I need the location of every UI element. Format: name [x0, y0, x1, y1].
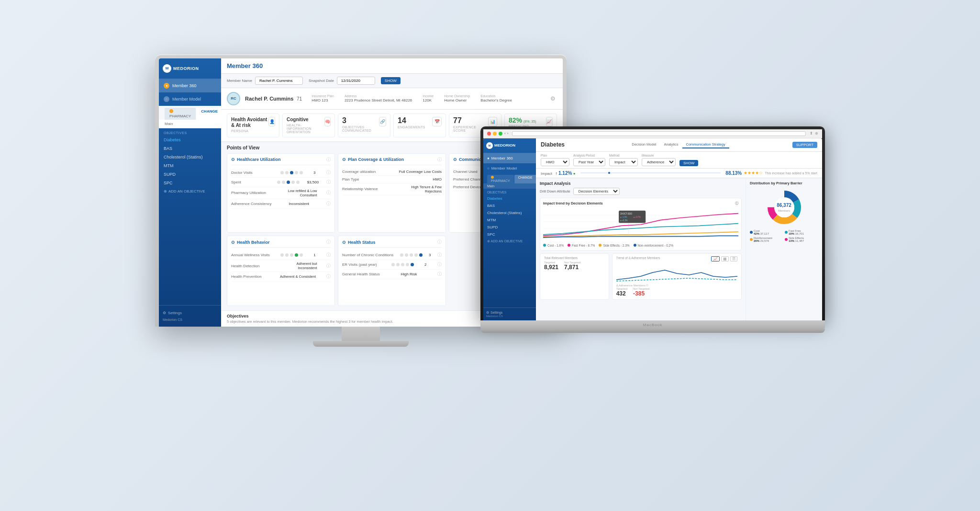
laptop-obj-spc[interactable]: SPC	[483, 231, 536, 238]
sidebar-obj-diabetes[interactable]: Diabetes	[159, 136, 221, 144]
laptop-sidebar-member-model[interactable]: ○ Member Model	[483, 163, 536, 173]
pharmacy-dot-icon	[491, 176, 494, 179]
window-chrome: ‹ › ⬆ ⊕	[483, 129, 822, 138]
laptop-pharmacy-tab[interactable]: PHARMACY	[487, 175, 514, 183]
bookmark-icon[interactable]: ⊕	[815, 131, 818, 136]
health-detection-info[interactable]: ⓘ	[326, 263, 331, 269]
window-minimize-btn[interactable]	[493, 132, 497, 136]
forward-button[interactable]: ›	[507, 131, 509, 136]
sidebar-item-member-model[interactable]: ○ Member Model	[159, 92, 221, 106]
income-value: 120K	[423, 98, 434, 102]
dist-dot-fast-free	[785, 231, 788, 234]
spent-info[interactable]: ⓘ	[326, 179, 331, 185]
ownership-value: Home Owner	[444, 98, 470, 102]
member-name-label: Member Name	[227, 79, 252, 83]
coverage-util-label: Coverage utilization	[342, 170, 380, 174]
pharmacy-tab-icon	[169, 109, 173, 113]
change-tab[interactable]: CHANGE	[196, 108, 223, 120]
pharmacy-util-info[interactable]: ⓘ	[326, 190, 331, 196]
trend-chart-svg	[616, 263, 737, 282]
sidebar-obj-cholesterol[interactable]: Cholesterol (Statins)	[159, 153, 221, 161]
persona-metric: Health Avoidant & At risk PERSONA 👤	[227, 114, 279, 137]
laptop-nav-icon-member360: ●	[487, 156, 490, 160]
laptop-obj-cholesterol[interactable]: Cholesterol (Statins)	[483, 209, 536, 216]
doctor-visits-row: Doctor Visits 3	[231, 168, 331, 178]
impact-slider-handle[interactable]	[608, 172, 610, 174]
trend-adherence-title: Trend of Δ Adherence Members	[616, 256, 660, 260]
trend-bar-view-btn[interactable]: ▦	[721, 256, 729, 261]
laptop-obj-mtm[interactable]: MTM	[483, 216, 536, 224]
laptop-content-area: Impact Analysis Drill Down Attribute Dec…	[536, 178, 822, 320]
measure-filter-select[interactable]: Adherence	[642, 158, 676, 166]
laptop-obj-diabetes[interactable]: Diabetes	[483, 195, 536, 202]
back-button[interactable]: ‹	[504, 131, 506, 136]
persona-value: Health Avoidant & At risk	[231, 117, 268, 128]
method-filter-select[interactable]: Impact	[609, 158, 638, 166]
analysis-period-select[interactable]: Past Year	[573, 158, 605, 166]
laptop-user-label: Medorion CS	[486, 315, 533, 318]
healthcare-info-icon[interactable]: ⓘ	[326, 157, 331, 163]
laptop-tabs-nav: Decision Model Analytics Communication S…	[628, 141, 729, 148]
chronic-conditions-info[interactable]: ⓘ	[437, 252, 442, 258]
general-health-info[interactable]: ⓘ	[437, 271, 442, 277]
wellness-visits-value: 1	[313, 253, 315, 257]
trend-table-view-btn[interactable]: ☰	[730, 256, 737, 261]
window-close-btn[interactable]	[487, 132, 491, 136]
laptop-obj-bas[interactable]: BAS	[483, 202, 536, 209]
dist-dot-cost	[750, 231, 753, 234]
add-objective-button[interactable]: ⊕ ADD AN OBJECTIVE	[159, 187, 221, 195]
laptop-settings-link[interactable]: ⚙ Settings	[486, 311, 533, 315]
main-sub-tab[interactable]: Main	[165, 121, 173, 127]
laptop-obj-supd[interactable]: SUPD	[483, 224, 536, 231]
member-name-input[interactable]	[255, 77, 303, 85]
adherence-consistency-info[interactable]: ⓘ	[326, 201, 331, 207]
health-behavior-icon: ⊙	[231, 240, 235, 245]
sidebar-obj-mtm[interactable]: MTM	[159, 161, 221, 170]
settings-link[interactable]: ⚙ Settings	[163, 309, 217, 317]
snapshot-date-input[interactable]	[337, 77, 375, 85]
share-icon[interactable]: ⬆	[810, 131, 813, 136]
svg-text:● +0.7%: ● +0.7%	[634, 216, 641, 218]
sidebar-obj-bas[interactable]: BAS	[159, 144, 221, 153]
laptop-show-button[interactable]: SHOW	[679, 160, 698, 166]
plan-info-icon[interactable]: ⓘ	[437, 157, 442, 163]
trend-line-view-btn[interactable]: 📈	[711, 256, 720, 261]
laptop-sidebar-member360[interactable]: ● Member 360	[483, 153, 536, 163]
laptop-tab-decision-model[interactable]: Decision Model	[628, 141, 660, 148]
show-button[interactable]: SHOW	[381, 77, 401, 84]
support-button[interactable]: SUPPORT	[792, 142, 817, 148]
wellness-info[interactable]: ⓘ	[326, 252, 331, 258]
chart-info-icon[interactable]: ⓘ	[735, 201, 738, 206]
education-value: Bachelor's Degree	[480, 98, 512, 102]
health-prevention-info[interactable]: ⓘ	[326, 273, 331, 280]
laptop-tab-analytics[interactable]: Analytics	[660, 141, 682, 148]
plan-filter-select[interactable]: HMO	[541, 158, 569, 166]
laptop-change-tab[interactable]: CHANGE	[514, 175, 536, 183]
window-maximize-btn[interactable]	[499, 132, 502, 136]
stats-row: Total Relevant Members Targeted 8,921	[540, 253, 742, 300]
pharmacy-tab[interactable]: PHARMACY	[165, 108, 196, 120]
drill-down-select[interactable]: Decision Elements	[573, 188, 620, 195]
donut-center-label: Members	[778, 209, 790, 212]
snapshot-label: Snapshot Date	[309, 79, 334, 83]
sidebar-obj-spc[interactable]: SPC	[159, 179, 221, 187]
er-visits-info[interactable]: ⓘ	[437, 261, 442, 268]
cognitive-icon: 🧠	[324, 117, 331, 126]
laptop-tab-communication-strategy[interactable]: Communication Strategy	[682, 141, 729, 148]
impact-value-group: Impact ↑ 1.12% ●	[541, 170, 576, 176]
sidebar-item-member360[interactable]: ● Member 360	[159, 79, 221, 92]
laptop-add-objective-button[interactable]: ⊕ ADD AN OBJECTIVE	[483, 238, 536, 245]
health-status-info[interactable]: ⓘ	[437, 239, 442, 245]
member-settings-icon[interactable]: ⚙	[550, 95, 557, 102]
health-behavior-info[interactable]: ⓘ	[326, 239, 331, 245]
sidebar-obj-supd[interactable]: SUPD	[159, 170, 221, 179]
pov-card-healthcare-header: ⊙ Healthcare Utilization ⓘ	[231, 157, 331, 165]
logo-text: MEDORION	[173, 66, 199, 71]
donut-center: 86,372 Members	[777, 202, 791, 212]
laptop-main-sub-tab: Main	[483, 183, 536, 189]
sub-tab-bar: Main	[159, 120, 221, 128]
laptop-tab-bar: PHARMACY CHANGE	[483, 173, 536, 183]
impact-trend-chart: Impact trend by Decision Elements ⓘ	[540, 198, 742, 250]
doctor-visits-info[interactable]: ⓘ	[326, 170, 331, 176]
url-bar[interactable]	[512, 131, 806, 136]
